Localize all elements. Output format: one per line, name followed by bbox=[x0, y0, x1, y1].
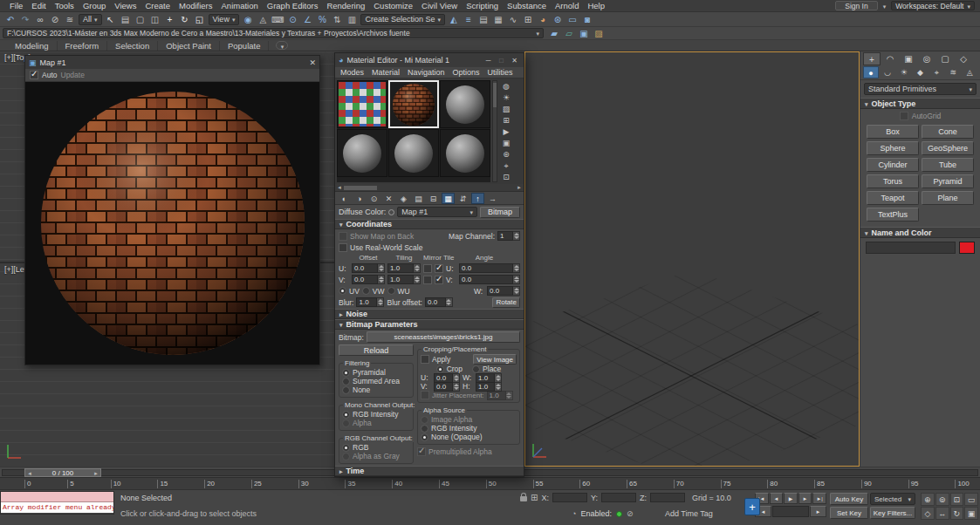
menu-item[interactable]: Modifiers bbox=[175, 1, 217, 10]
timeline-tick[interactable]: 35 bbox=[345, 480, 355, 488]
close-icon[interactable]: ✕ bbox=[309, 58, 316, 67]
autogrid-checkbox[interactable] bbox=[900, 112, 908, 120]
material-slot-checker[interactable] bbox=[337, 80, 387, 128]
timeline-tick[interactable]: 55 bbox=[533, 480, 544, 488]
bitmap-parameters-rollout[interactable]: Bitmap Parameters bbox=[335, 319, 524, 330]
material-slot[interactable] bbox=[388, 129, 439, 177]
ribbon-tab[interactable]: Freeform bbox=[58, 41, 108, 51]
utilities-tab-icon[interactable]: ◇ bbox=[955, 52, 972, 65]
maxscript-mini-listener[interactable]: Array modifier menu already i bbox=[0, 491, 114, 515]
timeline-tick[interactable]: 70 bbox=[674, 480, 684, 488]
put-material-icon[interactable]: ◑ bbox=[353, 193, 366, 204]
object-type-button[interactable]: Teapot bbox=[867, 191, 919, 205]
workspaces-dropdown[interactable]: Workspaces: Default bbox=[891, 1, 975, 10]
material-slot-bricks-selected[interactable] bbox=[388, 80, 439, 128]
show-map-on-back-checkbox[interactable] bbox=[339, 232, 347, 241]
timeline-tick[interactable]: 100 bbox=[955, 480, 969, 488]
add-time-tag[interactable]: Add Time Tag bbox=[665, 509, 713, 518]
unlink-selection-icon[interactable]: ⊘ bbox=[48, 13, 62, 26]
video-color-check-icon[interactable]: ▶ bbox=[504, 126, 510, 137]
none-filter-radio[interactable] bbox=[342, 386, 350, 394]
v-angle-spinner[interactable]: 0.0 bbox=[459, 275, 520, 284]
show-map-in-viewport-icon[interactable]: ▦ bbox=[442, 193, 455, 204]
object-name-field[interactable] bbox=[866, 242, 956, 254]
curve-editor-icon[interactable]: ∿ bbox=[506, 13, 520, 26]
percent-snap-icon[interactable]: % bbox=[315, 13, 329, 26]
next-frame-icon[interactable]: ► bbox=[798, 493, 812, 504]
timeline-tick[interactable]: 95 bbox=[908, 480, 919, 488]
go-to-parent-icon[interactable]: ↑ bbox=[471, 193, 484, 204]
generate-preview-icon[interactable]: ▣ bbox=[503, 138, 511, 148]
timeline-tick[interactable]: 45 bbox=[439, 480, 449, 488]
macro-recorder-line[interactable] bbox=[1, 492, 113, 502]
auto-key-button[interactable]: Auto Key bbox=[830, 493, 868, 505]
material-editor-menu-item[interactable]: Utilities bbox=[488, 68, 513, 77]
menu-item[interactable]: Graph Editors bbox=[263, 1, 323, 10]
alpha-radio[interactable] bbox=[342, 419, 350, 427]
time-slider-thumb[interactable]: 0 / 100 bbox=[24, 468, 101, 477]
rectangular-region-icon[interactable]: ▢ bbox=[134, 13, 147, 26]
add-animation-button[interactable]: + bbox=[744, 498, 760, 515]
vw-radio[interactable] bbox=[362, 287, 370, 295]
rendered-frame-icon[interactable]: ▭ bbox=[565, 13, 579, 26]
object-type-button[interactable]: Torus bbox=[867, 174, 919, 188]
noise-rollout[interactable]: Noise bbox=[335, 309, 524, 319]
hierarchy-tab-icon[interactable]: ▣ bbox=[900, 52, 917, 65]
menu-item[interactable]: Help bbox=[583, 1, 609, 10]
place-radio[interactable] bbox=[472, 365, 480, 373]
timeline-tick[interactable]: 30 bbox=[298, 480, 309, 488]
redo-icon[interactable]: ↷ bbox=[18, 13, 32, 26]
summed-area-radio[interactable] bbox=[342, 378, 350, 385]
none-opaque-radio[interactable] bbox=[421, 433, 428, 441]
menu-item[interactable]: Animation bbox=[217, 1, 263, 10]
crop-radio[interactable] bbox=[436, 365, 444, 373]
go-to-end-icon[interactable]: ►| bbox=[812, 493, 826, 504]
crop-v-spinner[interactable]: 0.0 bbox=[434, 382, 460, 392]
slots-horizontal-scrollbar[interactable]: ◄ ► bbox=[335, 184, 524, 192]
menu-item[interactable]: Views bbox=[110, 1, 140, 10]
project-path-dropdown[interactable]: F:\CURSOS 2023\1-Máster en 3ds Max Moder… bbox=[3, 28, 544, 38]
local-content-icon[interactable]: ▨ bbox=[592, 27, 606, 40]
timeline-tick[interactable]: 40 bbox=[392, 480, 402, 488]
absolute-mode-icon[interactable]: ⊞ bbox=[531, 493, 538, 502]
mirror-u-checkbox[interactable] bbox=[423, 264, 432, 273]
make-unique-icon[interactable]: ◈ bbox=[397, 193, 410, 204]
minimize-icon[interactable]: ─ bbox=[483, 57, 494, 65]
snaps-toggle-icon[interactable]: ⊙ bbox=[285, 13, 299, 26]
account-dropdown-icon[interactable] bbox=[883, 1, 887, 10]
material-editor-menu-item[interactable]: Material bbox=[372, 68, 400, 77]
save-container-icon[interactable]: ▣ bbox=[577, 27, 591, 40]
select-by-name-icon[interactable]: ▤ bbox=[119, 13, 133, 26]
material-editor-titlebar[interactable]: ◕ Material Editor - Mi Material 1 ─ □ ✕ bbox=[335, 53, 524, 67]
menu-item[interactable]: Group bbox=[79, 1, 110, 10]
mirror-icon[interactable]: ◭ bbox=[447, 13, 461, 26]
image-alpha-radio[interactable] bbox=[421, 416, 428, 424]
systems-icon[interactable]: ◬ bbox=[962, 66, 977, 78]
listener-line[interactable]: Array modifier menu already i bbox=[1, 502, 113, 513]
v-tiling-spinner[interactable]: 1.0 bbox=[387, 275, 421, 284]
menu-item[interactable]: Substance bbox=[503, 1, 551, 10]
ribbon-tab[interactable]: Selection bbox=[107, 41, 158, 51]
undo-icon[interactable]: ↶ bbox=[3, 13, 17, 26]
uv-radio[interactable] bbox=[339, 287, 346, 295]
previous-frame-icon[interactable] bbox=[27, 469, 32, 477]
object-type-button[interactable]: Box bbox=[867, 125, 919, 139]
zoom-region-icon[interactable]: ▭ bbox=[964, 493, 978, 506]
material-editor-menu-item[interactable]: Navigation bbox=[408, 68, 445, 77]
reload-button[interactable]: Reload bbox=[339, 344, 414, 356]
selection-set-dropdown[interactable]: Selected bbox=[870, 493, 915, 505]
object-type-button[interactable]: Tube bbox=[922, 158, 974, 172]
object-type-rollout[interactable]: Object Type bbox=[860, 98, 980, 109]
space-warps-icon[interactable]: ≋ bbox=[945, 66, 961, 78]
timeline-tick[interactable]: 75 bbox=[721, 480, 731, 488]
material-slot[interactable] bbox=[440, 80, 490, 128]
select-object-icon[interactable]: ↖ bbox=[104, 13, 118, 26]
material-editor-menu-item[interactable]: Options bbox=[453, 68, 480, 77]
time-rollout[interactable]: Time bbox=[335, 466, 524, 476]
u-angle-spinner[interactable]: 0.0 bbox=[459, 263, 520, 273]
go-forward-sibling-icon[interactable]: → bbox=[486, 193, 499, 204]
object-type-button[interactable]: Sphere bbox=[867, 141, 919, 155]
shapes-icon[interactable]: ◡ bbox=[880, 66, 895, 78]
keyboard-override-icon[interactable]: ⌨ bbox=[271, 13, 284, 26]
blur-spinner[interactable]: 1.0 bbox=[356, 297, 384, 307]
